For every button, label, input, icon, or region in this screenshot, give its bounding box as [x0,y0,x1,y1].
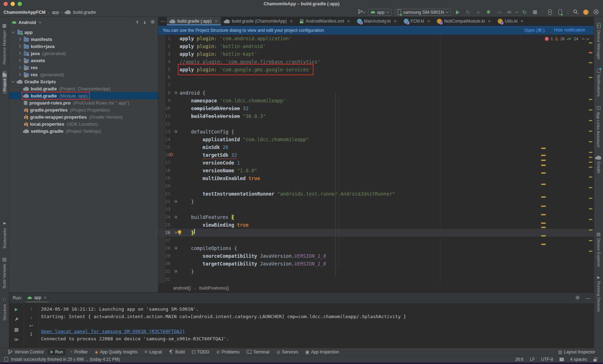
close-icon[interactable]: ✕ [427,19,430,24]
rerun-button[interactable]: ↻ [464,9,472,16]
close-icon[interactable]: ✕ [289,19,293,24]
tree-item-gradle-properties[interactable]: gradle.properties(Project Properties) [9,106,158,113]
soft-wrap-icon[interactable]: ↩ [29,323,33,328]
code-line-24[interactable]: 24 buildFeatures { [158,213,594,221]
code-line-19[interactable]: 19 multiDexEnabled true [158,174,594,182]
debug-button[interactable] [485,9,492,16]
tool-strip-item-resource-manager[interactable]: ▦Resource Manager [2,20,6,67]
toolwindow-button-terminal[interactable]: >_Terminal [244,349,272,355]
profiler-button[interactable] [505,9,513,16]
coverage-button[interactable]: ≡ [475,9,482,16]
inspections-widget[interactable]: ! 1 ⚠ 26 ✓✓ 24 [545,36,589,41]
tree-item-res[interactable]: res(generated) [9,71,158,78]
editor-tab-utils-kt[interactable]: Utils.kt✕ [494,17,527,25]
intention-bulb-icon[interactable] [178,230,181,234]
toolwindow-button-services[interactable]: ◎Services [274,349,301,355]
toolwindow-button-todo[interactable]: ✓TODO [189,349,212,355]
tab-options-icon[interactable]: — [158,17,167,25]
tree-item-app[interactable]: app [9,29,158,36]
chevron-right-icon[interactable] [18,66,21,69]
code-line-1[interactable]: 1apply plugin: 'com.android.application' [158,35,594,42]
fold-collapse-icon[interactable] [175,247,177,249]
tree-item-proguard-rules-pro[interactable]: proguard-rules.pro(ProGuard Rules for ":… [9,99,158,106]
chevron-down-icon[interactable] [12,79,14,82]
apply-changes-button[interactable]: ↻ [521,9,528,16]
code-line-17[interactable]: 17 versionCode 1 [158,159,594,167]
code-line-12[interactable]: 12 [158,120,594,128]
search-everywhere-button[interactable] [572,9,579,16]
update-available-button[interactable]: ↑ [582,9,589,16]
toolwindow-button-layout-inspector[interactable]: ▥Layout Inspector [555,349,598,355]
tree-item-build-gradle[interactable]: build.gradle(Project: ChamomileApp) [9,85,158,92]
tool-strip-item-running-devices[interactable]: ▶Running Devices [597,273,601,314]
breadcrumb-item[interactable]: ChamomileAppFCM [4,10,46,15]
code-line-23[interactable]: 23 [158,205,594,213]
code-line-26[interactable]: 26 } [158,229,594,237]
profile-button[interactable] [592,9,599,16]
toolwindow-button-profiler[interactable]: ◔Profiler [67,349,90,355]
hide-notification-link[interactable]: Hide notification [554,28,585,33]
tree-item-local-properties[interactable]: local.properties(SDK Location) [9,120,158,127]
highlight-level-icon[interactable]: ! [560,358,564,361]
tool-strip-item-gradle[interactable]: Gradle [596,153,601,176]
code-editor[interactable]: ! 1 ⚠ 26 ✓✓ 24 1apply plugin: 'com.andro… [158,35,594,283]
toolwindow-button-problems[interactable]: ⊘Problems [213,349,242,355]
toolwindow-button-app-quality-insights[interactable]: ◈App Quality Insights [92,349,140,355]
code-line-10[interactable]: 10 compileSdkVersion 32 [158,105,594,112]
expand-all-icon[interactable]: ↟ [135,20,139,25]
collapse-all-icon[interactable]: ↡ [143,20,147,25]
tree-item-kotlin-java[interactable]: kotlin+java [9,43,158,50]
down-stack-trace-icon[interactable]: ↓ [30,315,33,320]
file-encoding[interactable]: UTF-8 [541,357,553,362]
tree-item-gradle-wrapper-properties[interactable]: gradle-wrapper.properties(Gradle Version… [9,113,158,120]
run-configuration-select[interactable]: app [368,9,392,16]
more-actions-icon[interactable]: ≫ [14,337,19,342]
code-line-8[interactable]: 8android { [158,89,594,97]
fold-collapse-icon[interactable] [175,216,177,218]
close-icon[interactable]: ✕ [215,19,218,24]
code-line-21[interactable]: 21 testInstrumentationRunner "androidx.t… [158,190,594,198]
toolwindow-button-app-inspection[interactable]: ▣App Inspection [303,349,342,355]
toolwindow-button-logcat[interactable]: ≡Logcat [142,348,165,355]
fold-end-icon[interactable] [175,231,177,234]
pair-devices-button[interactable] [557,9,564,16]
stop-button[interactable] [531,9,538,16]
lock-icon[interactable] [593,359,597,362]
close-icon[interactable]: ✕ [520,19,523,24]
code-line-9[interactable]: 9 namespace 'com.ldcc.chamomileapp' [158,97,594,105]
open-project-structure-link[interactable]: Open (⌘;) [524,28,545,33]
code-breadcrumb-item[interactable]: android{} [173,286,191,291]
close-icon[interactable]: ✕ [347,19,350,24]
code-breadcrumb-item[interactable]: buildFeatures{} [199,286,229,291]
tree-item-settings-gradle[interactable]: settings.gradle(Project Settings) [9,127,158,135]
open-logcat-link[interactable]: Open logcat panel for samsung SM-S901N (… [41,329,185,334]
code-line-7[interactable]: 7 [158,81,594,89]
attach-debugger-button[interactable] [495,9,502,16]
device-manager-button[interactable] [546,9,554,16]
code-line-28[interactable]: 28 compileOptions { [158,244,594,252]
code-line-14[interactable]: 14 applicationId "com.ldcc.chamomileapp" [158,136,594,143]
code-line-29[interactable]: 29 sourceCompatibility JavaVersion.VERSI… [158,252,594,260]
tool-strip-item-project[interactable]: Project [2,71,7,94]
editor-tab-fcm-kt[interactable]: FCM.kt✕ [400,17,434,25]
editor-tab-build-gradle-app-[interactable]: build.gradle (:app)✕ [167,17,221,25]
tool-strip-item-device-manager[interactable]: Device Manager [597,20,601,62]
chevron-down-icon[interactable] [515,10,518,13]
tree-item-gradle-scripts[interactable]: Gradle Scripts [9,78,158,85]
editor-tab-noticompatmodule-kt[interactable]: NotiCompatModule.kt✕ [434,17,494,25]
chevron-right-icon[interactable] [18,73,21,76]
toolwindow-button-version-control[interactable]: Version Control [5,349,46,355]
code-line-20[interactable]: 20 [158,182,594,190]
hide-panel-icon[interactable]: — [586,296,590,300]
tree-item-build-gradle[interactable]: build.gradle(Module :app) [9,92,158,99]
editor-tab-build-gradle-chamomileapp-[interactable]: build.gradle (ChamomileApp)✕ [221,17,297,25]
code-line-3[interactable]: 3apply plugin: 'kotlin-kapt' [158,50,594,58]
gear-icon[interactable] [575,295,580,301]
editor-tab-androidmanifest-xml[interactable]: AndroidManifest.xml✕ [297,17,354,25]
tool-strip-item-structure[interactable]: ∷Structure [2,294,7,323]
stop-app-button[interactable] [14,327,18,333]
breadcrumb-item[interactable]: app [52,10,59,15]
tool-strip-item-bookmarks[interactable]: ⚑Bookmarks [2,219,7,251]
run-tab-app[interactable]: app ✕ [25,294,49,302]
code-line-4[interactable]: 4//apply plugin: 'com.google.firebase.cr… [158,58,594,66]
